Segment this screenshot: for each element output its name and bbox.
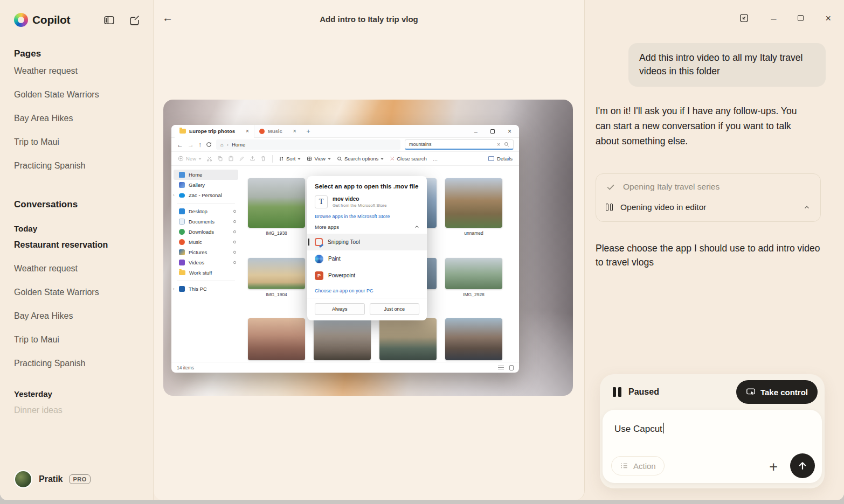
refresh-icon[interactable] (206, 142, 212, 148)
choose-app-link[interactable]: Choose an app on your PC (315, 288, 419, 293)
nav-item-videos[interactable]: Videos (171, 257, 240, 268)
folder-icon (179, 129, 186, 134)
more-options-button[interactable]: … (433, 156, 439, 162)
assistant-message: I'm on it! I'll ask you if I have any fo… (596, 103, 814, 149)
pop-in-icon[interactable] (739, 13, 749, 23)
delete-icon[interactable] (260, 156, 266, 162)
nav-item-desktop[interactable]: Desktop (171, 206, 240, 216)
tab-close-icon[interactable]: × (246, 128, 249, 134)
file-tile[interactable]: IMG_1938 (248, 178, 305, 236)
sidebar-conversation-item[interactable]: Restaurant reservation (14, 233, 139, 257)
nav-up-icon[interactable]: ↑ (198, 141, 202, 149)
open-with-dialog: Select an app to open this .mov file T m… (307, 176, 427, 320)
divider (272, 155, 273, 163)
app-option-paint[interactable]: Paint (307, 250, 427, 267)
file-label: IMG_1904 (248, 292, 305, 297)
sidebar-page-item[interactable]: Golden State Warriors (14, 83, 139, 107)
item-count: 14 items (177, 365, 194, 370)
maximize-icon[interactable] (490, 129, 495, 134)
assistant-question: Please choose the app I should use to ad… (596, 241, 829, 270)
copy-icon[interactable] (217, 156, 223, 162)
divider (177, 203, 235, 204)
close-icon[interactable]: × (508, 128, 511, 135)
explorer-tab-europe[interactable]: Europe trip photos × (175, 125, 254, 138)
sidebar-page-item[interactable]: Weather request (14, 59, 139, 83)
explorer-tab-music[interactable]: Music × (254, 125, 301, 138)
sidebar-conversation-item[interactable]: Golden State Warriors (14, 281, 139, 304)
paste-icon[interactable] (228, 156, 234, 162)
chevron-up-icon[interactable] (803, 204, 811, 211)
details-button[interactable]: Details (488, 156, 513, 162)
file-tile[interactable] (314, 318, 371, 360)
tab-label: Europe trip photos (189, 128, 235, 134)
step-active: Opening video in editor (596, 202, 820, 212)
close-icon[interactable]: × (825, 13, 831, 23)
file-tile[interactable]: unnamed (445, 178, 502, 236)
close-search-button[interactable]: Close search (390, 156, 426, 162)
app-option-snipping-tool[interactable]: Snipping Tool (307, 234, 427, 250)
action-button[interactable]: Action (611, 456, 665, 475)
take-control-button[interactable]: Take control (736, 380, 818, 404)
nav-item-gallery[interactable]: Gallery (171, 180, 240, 190)
sort-button[interactable]: Sort (279, 156, 301, 162)
clear-search-icon[interactable]: × (497, 142, 500, 148)
rename-icon[interactable] (239, 156, 245, 162)
sidebar-conversation-item[interactable]: Dinner ideas (14, 398, 139, 422)
file-tile[interactable] (379, 318, 437, 360)
cut-icon[interactable] (206, 156, 212, 162)
file-tile[interactable] (445, 318, 502, 360)
new-item-button[interactable]: New (178, 156, 202, 162)
sidebar-conversation-item[interactable]: Bay Area Hikes (14, 304, 139, 328)
file-tile[interactable] (248, 318, 305, 360)
search-box[interactable]: mountains × (405, 139, 514, 150)
app-window-controls: – × (739, 13, 831, 23)
just-once-button[interactable]: Just once (370, 303, 420, 315)
nav-forward-icon[interactable]: → (188, 141, 194, 149)
tab-close-icon[interactable]: × (293, 128, 296, 134)
profile[interactable]: Pratik PRO (0, 460, 153, 500)
agent-steps-card[interactable]: Opening Italy travel series Opening vide… (596, 173, 821, 222)
dialog-default-app[interactable]: T mov video Get from the Microsoft Store (315, 195, 419, 208)
pin-icon (233, 250, 237, 254)
nav-item-music[interactable]: Music (171, 237, 240, 247)
send-button[interactable] (790, 453, 815, 478)
message-input[interactable]: Use Capcut Action + (603, 410, 822, 483)
nav-item-documents[interactable]: Documents (171, 216, 240, 227)
app-option-powerpoint[interactable]: P Powerpoint (307, 267, 427, 284)
sidebar-conversation-item[interactable]: Weather request (14, 257, 139, 281)
always-button[interactable]: Always (315, 303, 365, 315)
nav-item-pictures[interactable]: Pictures (171, 247, 240, 257)
sidebar-toggle-button[interactable] (103, 15, 115, 26)
more-apps-row[interactable]: More apps (315, 224, 419, 230)
file-tile[interactable]: IMG_2928 (445, 258, 502, 297)
maximize-icon[interactable] (798, 15, 804, 21)
list-view-icon[interactable] (498, 366, 504, 370)
browse-store-link[interactable]: Browse apps in the Microsoft Store (315, 214, 419, 219)
nav-item-home[interactable]: Home (174, 170, 238, 180)
new-chat-button[interactable] (129, 15, 140, 26)
file-tile[interactable]: IMG_1904 (248, 258, 305, 297)
large-view-icon[interactable] (509, 365, 514, 370)
sidebar-page-item[interactable]: Practicing Spanish (14, 154, 139, 178)
new-tab-button[interactable]: + (307, 128, 310, 135)
share-icon[interactable] (250, 156, 255, 162)
sidebar-conversation-item[interactable]: Trip to Maui (14, 328, 139, 352)
nav-back-icon[interactable]: ← (177, 141, 183, 149)
search-options-button[interactable]: Search options (337, 156, 384, 162)
nav-item-downloads[interactable]: Downloads (171, 227, 240, 237)
pin-icon (233, 230, 237, 234)
sidebar-page-item[interactable]: Trip to Maui (14, 130, 139, 154)
nav-item-work-stuff[interactable]: Work stuff (171, 268, 240, 278)
text-cursor (308, 239, 309, 246)
minimize-icon[interactable]: – (771, 13, 776, 23)
sidebar-page-item[interactable]: Bay Area Hikes (14, 107, 139, 130)
pages-heading: Pages (14, 48, 139, 59)
minimize-icon[interactable]: – (474, 128, 478, 135)
sidebar-conversation-item[interactable]: Practicing Spanish (14, 352, 139, 375)
nav-item-this-pc[interactable]: ›This PC (171, 284, 240, 294)
breadcrumb[interactable]: ⌂ › Home (216, 139, 400, 150)
view-button[interactable]: View (307, 156, 330, 162)
attach-button[interactable]: + (769, 460, 778, 474)
nav-item-onedrive[interactable]: ›Zac - Personal (171, 190, 240, 200)
text-caret (663, 423, 665, 433)
